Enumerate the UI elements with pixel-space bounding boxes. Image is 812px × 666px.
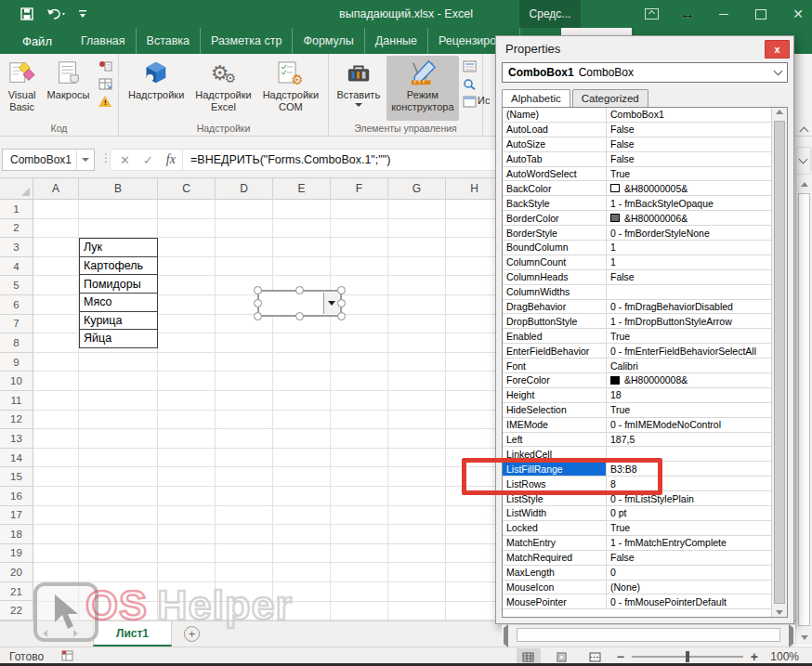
row-header[interactable]: 7	[0, 315, 33, 334]
property-row[interactable]: MousePointer0 - fmMousePointerDefault	[503, 594, 771, 609]
property-value[interactable]: True	[607, 521, 771, 535]
property-scroll-thumb[interactable]	[774, 121, 785, 604]
insert-function-icon[interactable]: fx	[166, 152, 176, 167]
property-name[interactable]: AutoLoad	[503, 123, 607, 137]
name-box[interactable]: ComboBox1	[2, 149, 95, 171]
expand-formula-bar-button[interactable]	[795, 147, 811, 175]
property-name[interactable]: IMEMode	[503, 418, 607, 432]
property-row[interactable]: BackColor&H80000005&	[503, 181, 771, 196]
row-header[interactable]: 15	[0, 467, 33, 487]
ribbon-tab[interactable]: Данные	[364, 28, 427, 54]
row-header[interactable]: 4	[0, 257, 33, 277]
property-value[interactable]	[607, 285, 771, 299]
design-mode-button[interactable]: Режим конструктора	[386, 56, 458, 121]
row-header[interactable]: 8	[0, 333, 33, 353]
selection-handle[interactable]	[337, 286, 346, 294]
row-header[interactable]: 9	[0, 353, 33, 372]
property-row[interactable]: IMEMode0 - fmIMEModeNoControl	[503, 418, 771, 433]
row-header[interactable]: 13	[0, 429, 33, 449]
selection-handle[interactable]	[254, 286, 262, 294]
property-value[interactable]: 187,5	[607, 433, 771, 447]
ribbon-display-options-button[interactable]	[643, 6, 660, 22]
column-header[interactable]: D	[216, 178, 273, 200]
name-box-dropdown-icon[interactable]	[76, 150, 94, 170]
property-value[interactable]: &H80000008&	[607, 373, 771, 387]
property-value[interactable]: False	[607, 123, 771, 137]
property-value[interactable]: 1	[607, 255, 771, 269]
horizontal-scrollbar[interactable]	[502, 624, 795, 645]
property-row[interactable]: ColumnCount1	[503, 255, 771, 270]
collapse-ribbon-button[interactable]	[795, 122, 812, 138]
tab-alphabetic[interactable]: Alphabetic	[502, 89, 570, 108]
column-header[interactable]: C	[158, 178, 216, 200]
close-button[interactable]: ✕	[790, 6, 806, 22]
record-macro-icon[interactable]	[98, 59, 112, 72]
ribbon-tab[interactable]: Разметка стр	[200, 28, 292, 54]
property-row[interactable]: DropButtonStyle1 - fmDropButtonStyleArro…	[503, 314, 771, 329]
property-name[interactable]: MaxLength	[503, 566, 607, 580]
property-value[interactable]: 1 - fmMatchEntryComplete	[607, 536, 771, 550]
excel-addins-button[interactable]: ⚙⚙ Надстройки Excel	[190, 56, 255, 121]
property-row[interactable]: AutoSizeFalse	[503, 137, 771, 152]
tab-categorized[interactable]: Categorized	[572, 89, 648, 107]
property-name[interactable]: AutoWordSelect	[503, 167, 607, 181]
zoom-slider[interactable]	[632, 656, 743, 658]
row-header[interactable]: 18	[0, 525, 33, 544]
row-header[interactable]: 1	[0, 200, 33, 219]
property-grid-scrollbar[interactable]	[771, 108, 787, 617]
zoom-level[interactable]: 100%	[767, 650, 799, 663]
contextual-tab[interactable]: Средс...	[519, 0, 581, 28]
property-name[interactable]: MatchEntry	[503, 536, 607, 550]
row-header[interactable]: 2	[0, 219, 33, 239]
row-header[interactable]: 19	[0, 544, 33, 564]
property-name[interactable]: ListWidth	[503, 506, 607, 520]
property-value[interactable]: 18	[607, 388, 771, 402]
row-header[interactable]: 12	[0, 411, 33, 430]
scroll-right-icon[interactable]	[789, 628, 793, 645]
selection-handle[interactable]	[295, 312, 304, 320]
property-row[interactable]: MatchRequiredFalse	[503, 551, 771, 566]
property-row[interactable]: BoundColumn1	[503, 241, 771, 255]
object-selector-dropdown[interactable]: ComboBox1 ComboBox	[502, 62, 788, 83]
property-value[interactable]: 0 - fmIMEModeNoControl	[607, 418, 771, 432]
vertical-scrollbar[interactable]	[795, 176, 812, 645]
property-value[interactable]: 0 pt	[607, 506, 771, 520]
property-name[interactable]: (Name)	[503, 108, 607, 122]
qat-customize-icon[interactable]	[78, 7, 87, 20]
property-name[interactable]: ColumnCount	[503, 255, 607, 269]
property-row[interactable]: EnterFieldBehavior0 - fmEnterFieldBehavi…	[503, 344, 771, 359]
row-header[interactable]: 14	[0, 449, 33, 468]
row-header[interactable]: 3	[0, 238, 33, 257]
row-header[interactable]: 10	[0, 372, 33, 391]
row-header[interactable]: 5	[0, 276, 33, 295]
ribbon-tab[interactable]: Вставка	[136, 28, 200, 54]
property-name[interactable]: Height	[503, 388, 607, 402]
property-name[interactable]: EnterFieldBehavior	[503, 344, 607, 358]
ribbon-tab[interactable]: Формулы	[292, 28, 363, 54]
property-name[interactable]: ForeColor	[503, 373, 607, 387]
row-header[interactable]: 20	[0, 563, 33, 582]
property-value[interactable]: True	[607, 167, 771, 181]
zoom-slider-handle[interactable]	[686, 651, 689, 662]
property-name[interactable]: MouseIcon	[503, 581, 607, 594]
enter-icon[interactable]: ✓	[143, 153, 153, 167]
zoom-in-icon[interactable]: +	[751, 650, 758, 663]
list-cell[interactable]: Мясо	[79, 293, 158, 312]
minimize-button[interactable]	[715, 6, 732, 22]
maximize-button[interactable]	[753, 6, 769, 22]
property-row[interactable]: DragBehavior0 - fmDragBehaviorDisabled	[503, 300, 771, 315]
cancel-icon[interactable]: ✕	[120, 153, 130, 167]
selection-handle[interactable]	[337, 312, 346, 320]
scroll-down-icon[interactable]	[796, 630, 812, 645]
horizontal-scroll-thumb[interactable]	[517, 628, 780, 642]
ribbon-tab-file[interactable]: Файл	[7, 28, 67, 54]
property-name[interactable]: BorderStyle	[503, 226, 607, 240]
list-cell[interactable]: Яйца	[79, 329, 158, 348]
property-row[interactable]: (Name)ComboBox1	[503, 108, 771, 123]
com-addins-button[interactable]: ⚙ Надстройки COM	[258, 56, 323, 121]
property-value[interactable]: (None)	[607, 581, 771, 594]
column-header[interactable]: F	[331, 178, 388, 200]
property-row[interactable]: HideSelectionTrue	[503, 403, 771, 418]
selection-handle[interactable]	[337, 299, 346, 307]
property-name[interactable]: ColumnHeads	[503, 270, 607, 284]
